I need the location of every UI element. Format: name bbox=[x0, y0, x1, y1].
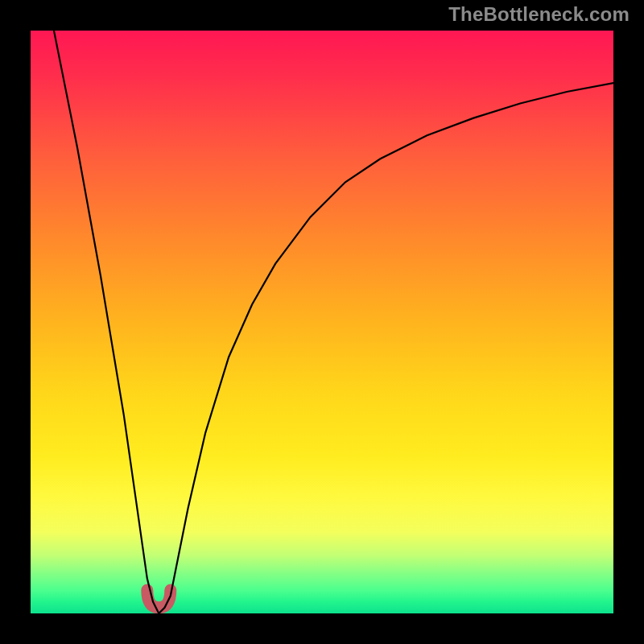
plot-area bbox=[31, 31, 613, 613]
watermark-label: TheBottleneck.com bbox=[448, 3, 630, 26]
bottleneck-curve bbox=[54, 31, 613, 613]
curve-layer bbox=[31, 31, 613, 613]
chart-frame: TheBottleneck.com bbox=[0, 0, 644, 644]
